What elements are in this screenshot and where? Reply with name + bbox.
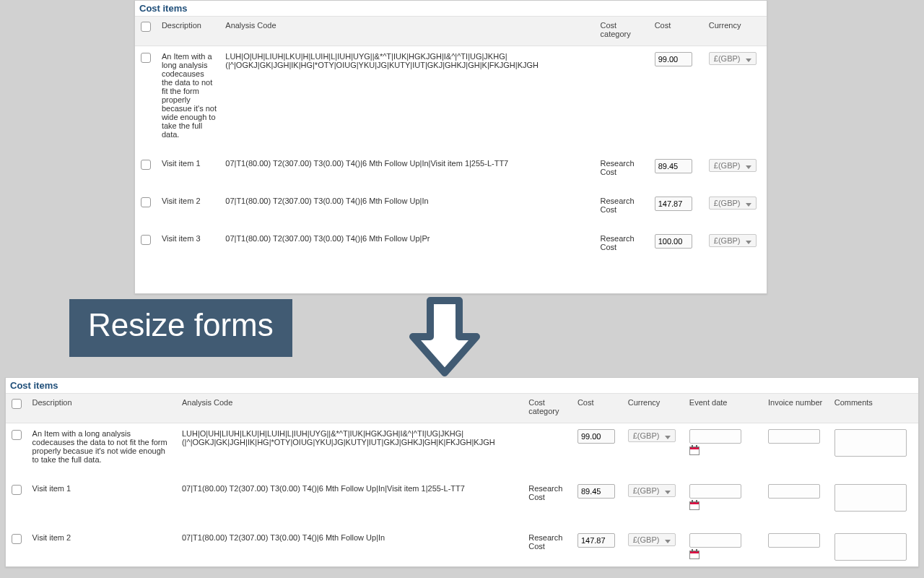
- cost-input[interactable]: [578, 533, 615, 548]
- cell-description: Visit item 2: [157, 191, 221, 228]
- col-currency: Currency: [624, 394, 685, 423]
- cell-analysis-code: 07|T1(80.00) T2(307.00) T3(0.00) T4()|6 …: [178, 478, 524, 527]
- table-row: An Item with a long analysis codecauses …: [6, 423, 918, 479]
- select-all-checkbox[interactable]: [141, 22, 151, 32]
- col-cost: Cost: [573, 394, 624, 423]
- calendar-icon[interactable]: [689, 551, 699, 559]
- row-checkbox[interactable]: [12, 485, 22, 495]
- event-date-input[interactable]: [689, 484, 741, 499]
- col-cost-category: Cost category: [524, 394, 573, 423]
- row-checkbox[interactable]: [141, 197, 151, 207]
- invoice-number-input[interactable]: [768, 429, 820, 444]
- cost-input[interactable]: [578, 429, 615, 444]
- cell-description: An Item with a long analysis codecauses …: [28, 423, 178, 479]
- cell-description: An Item with a long analysis codecauses …: [157, 46, 221, 154]
- row-checkbox[interactable]: [141, 53, 151, 63]
- table-row: Visit item 107|T1(80.00) T2(307.00) T3(0…: [6, 478, 918, 527]
- col-invoice-number: Invoice number: [764, 394, 830, 423]
- cost-input[interactable]: [655, 159, 692, 173]
- cell-description: Visit item 1: [157, 153, 221, 191]
- table-row: Visit item 107|T1(80.00) T2(307.00) T3(0…: [135, 153, 767, 191]
- col-currency: Currency: [705, 17, 767, 46]
- comments-input[interactable]: [834, 484, 907, 512]
- table-row: Visit item 207|T1(80.00) T2(307.00) T3(0…: [6, 527, 918, 567]
- table-header-row: Description Analysis Code Cost category …: [6, 394, 918, 423]
- row-checkbox[interactable]: [12, 534, 22, 544]
- col-analysis-code: Analysis Code: [221, 17, 596, 46]
- col-cost: Cost: [650, 17, 705, 46]
- panel-title: Cost items: [135, 1, 767, 16]
- calendar-icon[interactable]: [689, 501, 699, 510]
- row-checkbox[interactable]: [141, 235, 151, 245]
- cell-cost-category: Research Cost: [596, 228, 650, 266]
- invoice-number-input[interactable]: [768, 533, 820, 548]
- row-checkbox[interactable]: [141, 160, 151, 170]
- arrow-down-icon: [409, 296, 481, 377]
- cell-cost-category: Research Cost: [524, 527, 573, 567]
- cost-input[interactable]: [578, 484, 615, 499]
- select-all-checkbox[interactable]: [12, 399, 22, 409]
- cost-items-panel-narrow: Cost items Description Analysis Code Cos…: [134, 0, 767, 294]
- panel-title: Cost items: [6, 378, 918, 393]
- resize-forms-label: Resize forms: [69, 299, 292, 357]
- cell-cost-category: Research Cost: [596, 191, 650, 228]
- cell-analysis-code: LUH|O|UH|LIUH|LKU|H|LUIH|L|IUH|UYG||&*^T…: [178, 423, 524, 479]
- event-date-input[interactable]: [689, 533, 741, 548]
- currency-select[interactable]: £(GBP): [709, 197, 757, 210]
- cell-cost-category: [524, 423, 573, 479]
- cost-input[interactable]: [655, 197, 692, 211]
- table-row: Visit item 307|T1(80.00) T2(307.00) T3(0…: [135, 228, 767, 266]
- cell-analysis-code: LUH|O|UH|LIUH|LKU|H|LUIH|L|IUH|UYG||&*^T…: [221, 46, 596, 154]
- comments-input[interactable]: [834, 533, 907, 561]
- row-checkbox[interactable]: [12, 430, 22, 440]
- table-row: Visit item 207|T1(80.00) T2(307.00) T3(0…: [135, 191, 767, 228]
- currency-select[interactable]: £(GBP): [709, 52, 757, 65]
- calendar-icon[interactable]: [689, 447, 699, 455]
- col-description: Description: [157, 17, 221, 46]
- col-comments: Comments: [830, 394, 918, 423]
- cell-description: Visit item 1: [28, 478, 178, 527]
- cell-analysis-code: 07|T1(80.00) T2(307.00) T3(0.00) T4()|6 …: [221, 191, 596, 228]
- table-header-row: Description Analysis Code Cost category …: [135, 17, 767, 46]
- currency-select[interactable]: £(GBP): [709, 159, 757, 172]
- cost-input[interactable]: [655, 234, 692, 249]
- col-description: Description: [28, 394, 178, 423]
- cell-cost-category: Research Cost: [596, 153, 650, 191]
- col-analysis-code: Analysis Code: [178, 394, 524, 423]
- currency-select[interactable]: £(GBP): [628, 484, 676, 497]
- cell-analysis-code: 07|T1(80.00) T2(307.00) T3(0.00) T4()|6 …: [178, 527, 524, 567]
- cost-items-table-wide: Description Analysis Code Cost category …: [6, 393, 918, 567]
- event-date-input[interactable]: [689, 429, 741, 444]
- cell-cost-category: Research Cost: [524, 478, 573, 527]
- invoice-number-input[interactable]: [768, 484, 820, 499]
- cost-items-panel-wide: Cost items Description Analysis Code Cos…: [5, 377, 919, 567]
- currency-select[interactable]: £(GBP): [628, 533, 676, 546]
- comments-input[interactable]: [834, 429, 907, 457]
- col-event-date: Event date: [685, 394, 764, 423]
- cell-cost-category: [596, 46, 650, 154]
- cell-description: Visit item 3: [157, 228, 221, 266]
- table-row: An Item with a long analysis codecauses …: [135, 46, 767, 154]
- currency-select[interactable]: £(GBP): [709, 234, 757, 247]
- cell-analysis-code: 07|T1(80.00) T2(307.00) T3(0.00) T4()|6 …: [221, 153, 596, 191]
- col-cost-category: Cost category: [596, 17, 650, 46]
- cell-analysis-code: 07|T1(80.00) T2(307.00) T3(0.00) T4()|6 …: [221, 228, 596, 266]
- cell-description: Visit item 2: [28, 527, 178, 567]
- cost-items-table-narrow: Description Analysis Code Cost category …: [135, 16, 767, 266]
- cost-input[interactable]: [655, 52, 692, 66]
- currency-select[interactable]: £(GBP): [628, 429, 676, 442]
